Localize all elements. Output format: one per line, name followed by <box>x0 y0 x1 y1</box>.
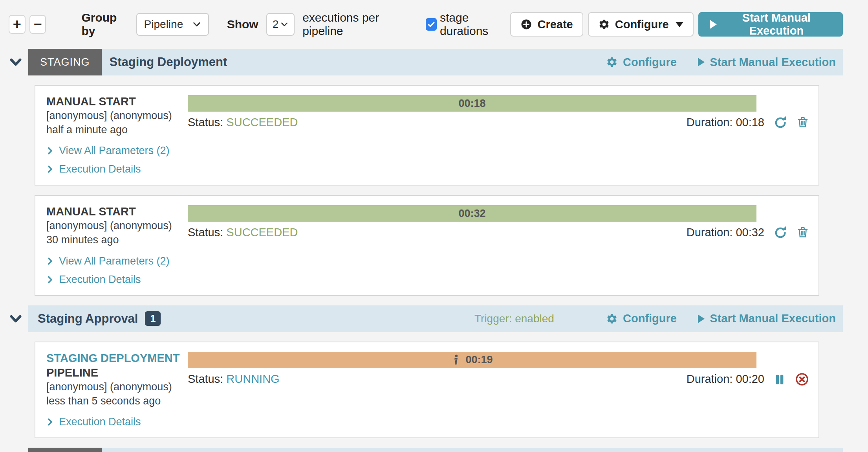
pipeline-group-production-deployment: STAGING Production Deployment Trigger: e… <box>9 448 843 452</box>
chevron-right-icon <box>46 257 54 265</box>
group-header-row: Staging Approval 1 Trigger: enabled Conf… <box>9 305 843 332</box>
stage-bar-row: 00:19 <box>188 352 809 368</box>
execution-detail-pane: 00:19 Status: RUNNING Duration: 00:20 <box>188 351 809 428</box>
execution-details-label: Execution Details <box>59 274 141 286</box>
group-by-selected-value: Pipeline <box>144 18 183 31</box>
execution-status: Status: RUNNING <box>188 373 280 386</box>
execution-title: MANUAL START <box>46 204 188 219</box>
duration-value: 00:20 <box>736 373 764 385</box>
execution-info-row: Status: SUCCEEDED Duration: 00:18 <box>188 116 809 129</box>
group-by-select[interactable]: Pipeline <box>136 13 209 36</box>
create-button[interactable]: Create <box>510 12 583 37</box>
status-value: RUNNING <box>226 373 279 385</box>
duration-label: Duration: <box>687 116 733 129</box>
executions-per-pipeline-label: executions per pipeline <box>302 11 408 38</box>
configure-button-label: Configure <box>615 18 669 31</box>
executions-list: MANUAL START [anonymous] (anonymous) hal… <box>35 85 819 296</box>
execution-title: PIPELINE <box>46 366 188 380</box>
group-start-label: Start Manual Execution <box>710 56 836 69</box>
zoom-in-button[interactable]: + <box>9 15 26 34</box>
checkbox-checked-icon[interactable] <box>426 18 437 31</box>
execution-time-ago: half a minute ago <box>46 123 188 137</box>
status-label: Status: <box>188 226 223 239</box>
minus-icon: − <box>34 17 42 31</box>
stage-duration-bar[interactable]: 00:19 <box>188 352 756 368</box>
chevron-down-icon <box>9 55 23 69</box>
execution-author: [anonymous] (anonymous) <box>46 380 188 394</box>
stage-duration-bar[interactable]: 00:32 <box>188 205 756 222</box>
collapse-group-toggle[interactable] <box>9 305 28 332</box>
cancel-execution-button[interactable] <box>795 372 809 386</box>
execution-title: MANUAL START <box>46 94 188 109</box>
execution-links: View All Parameters (2) Execution Detail… <box>46 145 188 175</box>
show-count-select[interactable]: 2 <box>266 13 295 36</box>
duration-label: Duration: <box>687 373 733 385</box>
execution-author: [anonymous] (anonymous) <box>46 109 188 123</box>
delete-execution-button[interactable] <box>797 116 809 129</box>
play-icon <box>698 58 705 66</box>
stage-duration-value: 00:32 <box>458 208 485 220</box>
delete-execution-button[interactable] <box>797 226 809 239</box>
chevron-right-icon <box>46 276 54 283</box>
view-all-parameters-link[interactable]: View All Parameters (2) <box>46 255 188 267</box>
caret-down-icon <box>676 22 683 27</box>
parent-pipeline-link[interactable]: STAGING DEPLOYMENT <box>46 351 188 366</box>
group-start-label: Start Manual Execution <box>710 312 836 325</box>
bar-spacer <box>756 205 809 222</box>
zoom-out-button[interactable]: − <box>29 15 46 34</box>
execution-time-ago: 30 minutes ago <box>46 233 188 247</box>
create-button-label: Create <box>537 18 573 31</box>
execution-details-label: Execution Details <box>59 416 141 428</box>
plus-circle-icon <box>520 18 532 30</box>
start-manual-execution-button[interactable]: Start Manual Execution <box>698 12 843 37</box>
redo-icon <box>774 116 787 129</box>
group-configure-link[interactable]: Configure <box>606 312 677 325</box>
view-all-parameters-link[interactable]: View All Parameters (2) <box>46 145 188 157</box>
status-value: SUCCEEDED <box>226 226 298 239</box>
pause-execution-button[interactable] <box>774 373 786 386</box>
execution-details-link[interactable]: Execution Details <box>46 163 188 175</box>
staging-tag: STAGING <box>28 448 102 452</box>
chevron-right-icon <box>46 418 54 426</box>
execution-status: Status: SUCCEEDED <box>188 226 298 239</box>
pause-icon <box>774 373 786 386</box>
execution-summary: MANUAL START [anonymous] (anonymous) hal… <box>46 94 188 175</box>
execution-details-link[interactable]: Execution Details <box>46 274 188 286</box>
gear-icon <box>598 18 610 30</box>
trash-icon <box>797 116 809 129</box>
execution-details-label: Execution Details <box>59 163 141 175</box>
execution-summary: STAGING DEPLOYMENT PIPELINE [anonymous] … <box>46 351 188 428</box>
play-icon <box>710 20 717 29</box>
circle-x-icon <box>795 372 809 386</box>
group-header-actions: Trigger: enabled Configure Start Manual … <box>474 312 843 325</box>
execution-actions: Duration: 00:32 <box>687 226 809 239</box>
execution-status: Status: SUCCEEDED <box>188 116 298 129</box>
configure-dropdown-button[interactable]: Configure <box>588 12 694 37</box>
duration-value: 00:18 <box>736 116 764 129</box>
group-header-row: STAGING Staging Deployment Configure Sta… <box>9 49 843 75</box>
execution-detail-pane: 00:32 Status: SUCCEEDED Duration: 00:3 <box>188 204 809 285</box>
execution-card: MANUAL START [anonymous] (anonymous) 30 … <box>35 195 819 296</box>
execution-duration: Duration: 00:20 <box>687 373 764 386</box>
play-icon <box>698 314 705 323</box>
running-count-badge: 1 <box>145 311 161 326</box>
rerun-execution-button[interactable] <box>774 116 787 129</box>
rerun-execution-button[interactable] <box>774 226 787 239</box>
execution-links: Execution Details <box>46 416 188 428</box>
redo-icon <box>774 226 787 239</box>
status-label: Status: <box>188 373 223 385</box>
group-configure-label: Configure <box>623 312 677 325</box>
group-start-manual-execution-link[interactable]: Start Manual Execution <box>698 56 836 69</box>
collapse-group-toggle[interactable] <box>9 448 28 452</box>
trash-icon <box>797 226 809 239</box>
stage-duration-bar[interactable]: 00:18 <box>188 95 756 112</box>
group-configure-link[interactable]: Configure <box>606 56 677 69</box>
pipeline-group-staging-deployment: STAGING Staging Deployment Configure Sta… <box>9 49 843 296</box>
collapse-group-toggle[interactable] <box>9 49 28 75</box>
stage-durations-checkbox-wrap[interactable]: stage durations <box>426 11 511 38</box>
execution-details-link[interactable]: Execution Details <box>46 416 188 428</box>
group-start-manual-execution-link[interactable]: Start Manual Execution <box>698 312 836 325</box>
plus-icon: + <box>13 17 21 31</box>
stage-bar-row: 00:32 <box>188 205 809 222</box>
group-by-label: Group by <box>81 11 127 38</box>
